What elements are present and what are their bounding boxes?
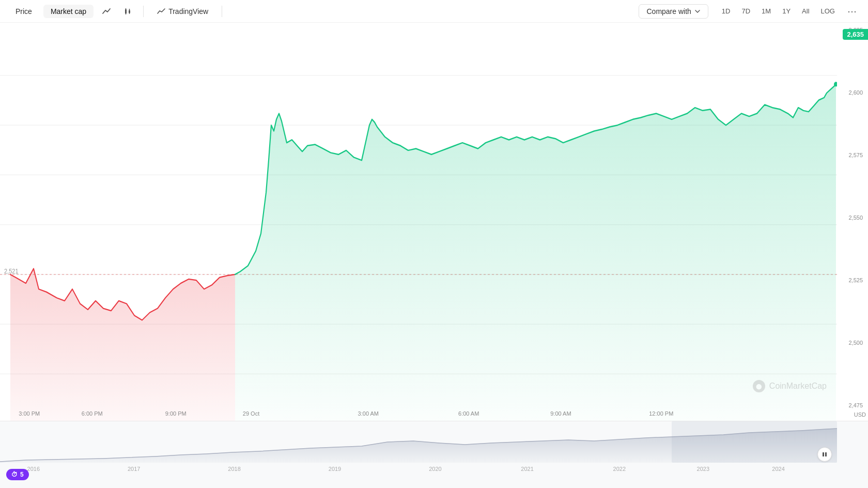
y-label-2550: 2,550 <box>837 215 866 221</box>
y-label-2475: 2,475 <box>837 402 866 408</box>
candle-chart-icon[interactable] <box>119 4 137 19</box>
more-options-button[interactable]: ⋯ <box>844 4 860 19</box>
history-badge[interactable]: ⏱ 5 <box>6 469 29 480</box>
svg-rect-18 <box>825 452 827 456</box>
bottom-x-axis: 2016 2017 2018 2019 2020 2021 2022 2023 … <box>0 463 837 475</box>
current-price-badge: 2,635 <box>843 29 868 40</box>
y-label-2500: 2,500 <box>837 340 866 346</box>
x-label-900pm: 9:00 PM <box>165 410 187 417</box>
bottom-x-2021: 2021 <box>521 466 533 472</box>
line-chart-icon[interactable] <box>98 4 115 19</box>
time-period-buttons: 1D 7D 1M 1Y All LOG <box>717 5 840 18</box>
y-axis: 2,635 2,625 2,600 2,575 2,550 2,525 2,50… <box>837 23 868 421</box>
bottom-x-2020: 2020 <box>429 466 441 472</box>
bottom-x-2024: 2024 <box>772 466 784 472</box>
svg-rect-16 <box>672 421 837 463</box>
time-1d[interactable]: 1D <box>717 5 736 18</box>
divider-1 <box>143 6 144 17</box>
divider-2 <box>222 6 222 17</box>
watermark: ⬤ CoinMarketCap <box>753 380 827 392</box>
history-icon: ⏱ <box>11 471 18 478</box>
log-scale-button[interactable]: LOG <box>816 5 840 18</box>
usd-label: USD <box>854 411 866 418</box>
chart-area: 2,521 3:00 PM 6:00 PM 9:00 PM 29 Oct 3:0… <box>0 23 868 421</box>
time-7d[interactable]: 7D <box>736 5 755 18</box>
y-label-2600: 2,600 <box>837 89 866 96</box>
bottom-x-2016: 2016 <box>27 466 40 472</box>
bottom-x-2023: 2023 <box>697 466 709 472</box>
compare-with-button[interactable]: Compare with <box>639 4 708 19</box>
y-label-2575: 2,575 <box>837 152 866 158</box>
toolbar: Price Market cap TradingView Compare wit… <box>0 0 868 23</box>
watermark-text: CoinMarketCap <box>769 382 827 391</box>
svg-rect-3 <box>129 10 130 13</box>
time-1m[interactable]: 1M <box>756 5 776 18</box>
price-tab[interactable]: Price <box>8 5 39 18</box>
svg-text:2,521: 2,521 <box>4 267 19 274</box>
x-label-1200pm: 12:00 PM <box>649 410 673 417</box>
y-label-2525: 2,525 <box>837 277 866 283</box>
bottom-x-2019: 2019 <box>329 466 341 472</box>
x-label-300am: 3:00 AM <box>358 410 379 417</box>
history-count: 5 <box>20 471 24 478</box>
pause-button[interactable] <box>817 447 832 462</box>
mini-chart <box>0 421 837 463</box>
svg-rect-17 <box>823 452 824 456</box>
trading-view-button[interactable]: TradingView <box>150 5 215 18</box>
x-label-29oct: 29 Oct <box>243 410 259 417</box>
x-label-300pm: 3:00 PM <box>19 410 40 417</box>
market-cap-tab[interactable]: Market cap <box>43 5 94 18</box>
time-1y[interactable]: 1Y <box>777 5 796 18</box>
x-label-600pm: 6:00 PM <box>82 410 103 417</box>
x-label-600am: 6:00 AM <box>458 410 479 417</box>
x-label-900am: 9:00 AM <box>550 410 571 417</box>
price-chart: 2,521 3:00 PM 6:00 PM 9:00 PM 29 Oct 3:0… <box>0 23 837 421</box>
x-axis: 3:00 PM 6:00 PM 9:00 PM 29 Oct 3:00 AM 6… <box>0 406 837 421</box>
time-all[interactable]: All <box>797 5 814 18</box>
watermark-logo: ⬤ <box>753 380 765 392</box>
svg-rect-0 <box>125 9 127 13</box>
bottom-section: 2016 2017 2018 2019 2020 2021 2022 2023 … <box>0 421 868 488</box>
bottom-x-2018: 2018 <box>228 466 240 472</box>
bottom-x-2017: 2017 <box>128 466 140 472</box>
bottom-x-2022: 2022 <box>613 466 626 472</box>
